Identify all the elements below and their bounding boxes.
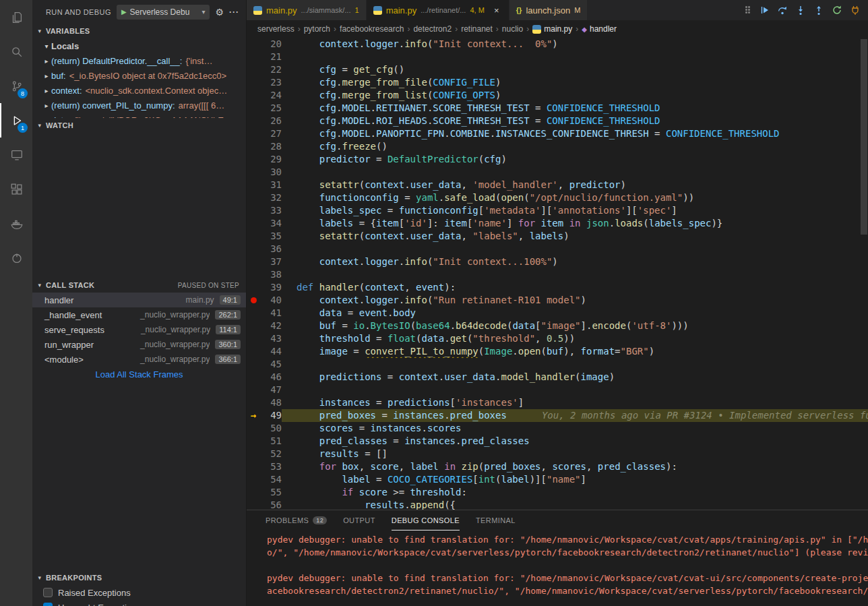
breakpoints-section-header[interactable]: ▾ BREAKPOINTS [32,570,246,585]
code-line[interactable]: 56 results.append({ [247,499,868,510]
variable-row[interactable]: ▸(return) DefaultPredictor.__call__:{'in… [32,53,246,68]
gutter-glyph-margin[interactable] [247,384,260,396]
panel-tab-terminal[interactable]: TERMINAL [476,510,516,531]
line-content[interactable] [282,358,868,371]
variable-row[interactable]: ▸context:<nuclio_sdk.context.Context obj… [32,83,246,98]
call-stack-frame[interactable]: serve_requests_nuclio_wrapper.py114:1 [32,322,246,337]
code-line[interactable]: 50 scores = instances.scores [247,422,868,435]
code-line[interactable]: 54 label = COCO_CATEGORIES[int(label)]["… [247,473,868,486]
line-content[interactable]: setattr(context.user_data, "labels", lab… [282,230,868,243]
launch-config-dropdown[interactable]: ▶ Serverless Debu ▾ [117,5,210,20]
variables-scope-locals[interactable]: ▾ Locals [32,38,246,53]
line-content[interactable] [282,268,868,281]
gutter-glyph-margin[interactable] [247,435,260,448]
code-line[interactable]: 30 [247,166,868,179]
line-content[interactable]: threshold = float(data.get("threshold", … [282,332,868,345]
code-line[interactable]: 29 predictor = DefaultPredictor(cfg) [247,153,868,166]
breakpoint-item[interactable]: Raised Exceptions [32,585,246,600]
more-actions-icon[interactable]: ··· [229,8,239,16]
gutter-glyph-margin[interactable] [247,473,260,486]
line-content[interactable]: functionconfig = yaml.safe_load(open("/o… [282,191,868,204]
gutter-glyph-margin[interactable] [247,127,260,140]
disconnect-button[interactable] [849,4,861,16]
gutter-glyph-margin[interactable] [247,358,260,371]
code-line[interactable]: →49 pred_boxes = instances.pred_boxesYou… [247,409,868,422]
line-content[interactable]: cfg.MODEL.RETINANET.SCORE_THRESH_TEST = … [282,102,868,115]
sidebar-item-docker[interactable] [0,206,32,241]
line-content[interactable] [282,384,868,396]
breadcrumb-item[interactable]: main.py [532,24,572,34]
gutter-glyph-margin[interactable] [247,38,260,51]
sidebar-item-run-and-debug[interactable]: 1 [0,103,32,138]
restart-button[interactable] [831,4,843,16]
line-content[interactable]: cfg.freeze() [282,140,868,153]
gutter-glyph-margin[interactable] [247,268,260,281]
line-content[interactable]: cfg.merge_from_list(CONFIG_OPTS) [282,89,868,102]
continue-button[interactable] [758,4,770,16]
gutter-glyph-margin[interactable] [247,217,260,230]
code-line[interactable]: 31 setattr(context.user_data, 'model_han… [247,179,868,191]
gutter-glyph-margin[interactable] [247,294,260,307]
code-line[interactable]: 22 cfg = get_cfg() [247,63,868,76]
sidebar-item-power-tool[interactable] [0,241,32,275]
code-line[interactable]: 45 [247,358,868,371]
gutter-glyph-margin[interactable]: → [247,409,260,422]
variable-row[interactable]: ▸(return) convert_PIL_to_numpy:array([[[… [32,98,246,113]
code-line[interactable]: 48 instances = predictions['instances'] [247,396,868,409]
code-line[interactable]: 32 functionconfig = yaml.safe_load(open(… [247,191,868,204]
watch-section-header[interactable]: ▾ WATCH [32,118,246,133]
close-icon[interactable]: × [491,5,502,16]
variables-section-header[interactable]: ▾ VARIABLES [32,24,246,38]
code-line[interactable]: 20 context.logger.info("Init context... … [247,38,868,51]
code-line[interactable]: 25 cfg.MODEL.RETINANET.SCORE_THRESH_TEST… [247,102,868,115]
gutter-glyph-margin[interactable] [247,89,260,102]
gutter-glyph-margin[interactable] [247,281,260,294]
code-line[interactable]: 23 cfg.merge_from_file(CONFIG_FILE) [247,76,868,89]
gutter-glyph-margin[interactable] [247,76,260,89]
line-content[interactable]: cfg.MODEL.ROI_HEADS.SCORE_THRESH_TEST = … [282,115,868,127]
line-content[interactable]: results = [] [282,448,868,460]
sidebar-item-remote-explorer[interactable] [0,138,32,172]
gutter-glyph-margin[interactable] [247,63,260,76]
line-content[interactable]: pred_classes = instances.pred_classes [282,435,868,448]
gutter-glyph-margin[interactable] [247,422,260,435]
code-line[interactable]: 46 predictions = context.user_data.model… [247,371,868,384]
gutter-glyph-margin[interactable] [247,230,260,243]
line-content[interactable]: cfg = get_cfg() [282,63,868,76]
line-content[interactable]: cfg.merge_from_file(CONFIG_FILE) [282,76,868,89]
breakpoint-item[interactable]: ✓Uncaught Exceptions [32,600,246,606]
code-line[interactable]: 41 data = event.body [247,307,868,320]
sidebar-item-extensions[interactable] [0,172,32,206]
step-into-button[interactable] [795,4,807,16]
breadcrumb-item[interactable]: pytorch [304,24,330,34]
panel-tab-problems[interactable]: PROBLEMS12 [266,510,327,531]
step-out-button[interactable] [813,4,825,16]
toolbar-drag-grip-icon[interactable] [745,6,751,14]
editor-tab[interactable]: {}launch.jsonM [509,0,588,20]
code-line[interactable]: 53 for box, score, label in zip(pred_box… [247,460,868,473]
editor-tab[interactable]: main.py.../siammask/...1 [247,0,367,20]
breadcrumb-item[interactable]: ◆handler [582,24,617,34]
code-line[interactable]: 27 cfg.MODEL.PANOPTIC_FPN.COMBINE.INSTAN… [247,127,868,140]
line-content[interactable]: predictions = context.user_data.model_ha… [282,371,868,384]
gutter-glyph-margin[interactable] [247,191,260,204]
gutter-glyph-margin[interactable] [247,204,260,217]
line-content[interactable]: def handler(context, event): [282,281,868,294]
line-content[interactable]: buf = io.BytesIO(base64.b64decode(data["… [282,320,868,332]
gutter-glyph-margin[interactable] [247,499,260,510]
gutter-glyph-margin[interactable] [247,371,260,384]
call-stack-frame[interactable]: <module>_nuclio_wrapper.py366:1 [32,352,246,367]
editor-scrollbar[interactable] [860,38,868,510]
code-line[interactable]: 26 cfg.MODEL.ROI_HEADS.SCORE_THRESH_TEST… [247,115,868,127]
code-editor[interactable]: 20 context.logger.info("Init context... … [247,38,868,510]
line-content[interactable]: context.logger.info("Init context...100%… [282,255,868,268]
code-line[interactable]: 36 [247,243,868,255]
gutter-glyph-margin[interactable] [247,153,260,166]
panel-tab-debug-console[interactable]: DEBUG CONSOLE [392,510,460,531]
breadcrumb-item[interactable]: detectron2 [413,24,452,34]
sidebar-item-explorer[interactable] [0,0,32,34]
breadcrumb-item[interactable]: facebookresearch [340,24,404,34]
gutter-glyph-margin[interactable] [247,102,260,115]
scrollbar-thumb[interactable] [861,39,867,235]
line-content[interactable]: if score >= threshold: [282,486,868,499]
